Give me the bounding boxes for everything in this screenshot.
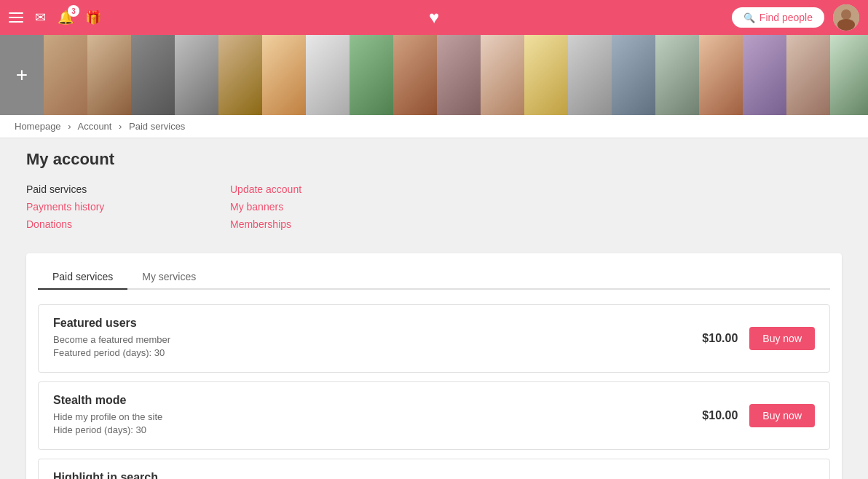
buy-button-featured[interactable]: Buy now — [749, 327, 815, 350]
tab-my-services[interactable]: My services — [127, 265, 210, 290]
strip-photo[interactable] — [131, 35, 175, 115]
strip-photo[interactable] — [568, 35, 612, 115]
service-card-highlight: Highlight in search Highlight my profile… — [38, 459, 830, 479]
strip-photo[interactable] — [437, 35, 481, 115]
photo-strip: + — [0, 35, 868, 115]
service-title-highlight: Highlight in search — [53, 471, 702, 479]
plus-icon: + — [16, 63, 28, 87]
strip-photo[interactable] — [393, 35, 437, 115]
svg-point-1 — [841, 9, 851, 20]
strip-photo[interactable] — [830, 35, 868, 115]
account-menu: Paid services Payments history Donations… — [26, 183, 842, 236]
buy-button-stealth[interactable]: Buy now — [749, 404, 815, 427]
strip-photo[interactable] — [699, 35, 743, 115]
tabs-container: Paid services My services Featured users… — [26, 253, 842, 479]
breadcrumb-home-link[interactable]: Homepage — [15, 121, 61, 132]
top-navigation: ✉ 🔔 3 🎁 ♥ 🔍 Find people — [0, 0, 868, 35]
menu-my-banners[interactable]: My banners — [230, 201, 434, 213]
service-price-featured: $10.00 — [702, 332, 738, 345]
strip-photo[interactable] — [612, 35, 655, 115]
strip-photo[interactable] — [87, 35, 131, 115]
account-menu-col-left: Paid services Payments history Donations — [26, 183, 230, 236]
menu-payments-history[interactable]: Payments history — [26, 201, 230, 213]
tabs-row: Paid services My services — [38, 265, 830, 290]
search-icon: 🔍 — [743, 12, 755, 23]
strip-photo[interactable] — [524, 35, 568, 115]
heart-logo: ♥ — [429, 7, 439, 27]
gifts-icon[interactable]: 🎁 — [85, 9, 101, 25]
service-card-stealth: Stealth mode Hide my profile on the site… — [38, 381, 830, 450]
notifications-icon[interactable]: 🔔 3 — [58, 9, 74, 25]
breadcrumb-account-link[interactable]: Account — [77, 121, 111, 132]
account-menu-col-empty — [434, 183, 638, 236]
service-right-stealth: $10.00 Buy now — [702, 404, 815, 427]
service-card-featured: Featured users Become a featured member … — [38, 304, 830, 373]
strip-photo[interactable] — [350, 35, 393, 115]
menu-update-account[interactable]: Update account — [230, 183, 434, 195]
account-menu-col-empty2 — [638, 183, 842, 236]
breadcrumb-sep: › — [119, 121, 122, 132]
service-title-featured: Featured users — [53, 317, 702, 330]
menu-donations[interactable]: Donations — [26, 218, 230, 230]
main-content: My account Paid services Payments histor… — [12, 138, 856, 479]
service-right-featured: $10.00 Buy now — [702, 327, 815, 350]
page-title: My account — [26, 150, 842, 169]
service-title-stealth: Stealth mode — [53, 394, 702, 407]
notification-badge: 3 — [68, 5, 79, 17]
menu-icon[interactable] — [9, 12, 23, 23]
avatar[interactable] — [833, 4, 859, 31]
strip-photo[interactable] — [175, 35, 218, 115]
strip-photo[interactable] — [481, 35, 524, 115]
strip-photo[interactable] — [655, 35, 699, 115]
strip-photo[interactable] — [218, 35, 262, 115]
strip-photo[interactable] — [262, 35, 306, 115]
strip-photo[interactable] — [786, 35, 830, 115]
strip-photo[interactable] — [44, 35, 87, 115]
strip-photo[interactable] — [306, 35, 350, 115]
service-info-highlight: Highlight in search Highlight my profile… — [53, 471, 702, 479]
breadcrumb: Homepage › Account › Paid services — [0, 115, 868, 138]
account-menu-col-right: Update account My banners Memberships — [230, 183, 434, 236]
breadcrumb-sep: › — [68, 121, 71, 132]
strip-photo[interactable] — [743, 35, 786, 115]
menu-memberships[interactable]: Memberships — [230, 218, 434, 230]
service-info-featured: Featured users Become a featured member … — [53, 317, 702, 360]
service-info-stealth: Stealth mode Hide my profile on the site… — [53, 394, 702, 438]
service-desc2-featured: Featured period (days): 30 — [53, 347, 702, 358]
svg-point-2 — [837, 19, 855, 31]
find-people-button[interactable]: 🔍 Find people — [732, 7, 824, 28]
menu-paid-services[interactable]: Paid services — [26, 183, 230, 195]
service-price-stealth: $10.00 — [702, 409, 738, 422]
messages-icon[interactable]: ✉ — [35, 9, 46, 25]
service-desc1-featured: Become a featured member — [53, 334, 702, 345]
tab-paid-services[interactable]: Paid services — [38, 265, 127, 290]
breadcrumb-current: Paid services — [129, 121, 185, 132]
service-desc2-stealth: Hide period (days): 30 — [53, 424, 702, 435]
service-desc1-stealth: Hide my profile on the site — [53, 411, 702, 422]
services-list: Featured users Become a featured member … — [38, 304, 830, 479]
add-photo-button[interactable]: + — [0, 35, 44, 115]
